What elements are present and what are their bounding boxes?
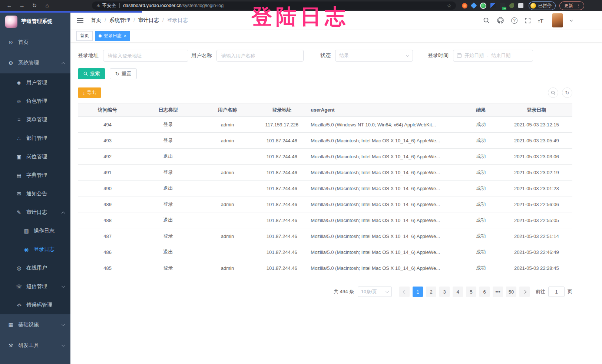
tag-label: 首页 bbox=[80, 33, 89, 39]
reset-button[interactable]: ↻ 重置 bbox=[110, 68, 137, 79]
back-icon[interactable]: ← bbox=[3, 0, 16, 11]
table-cell: 成功 bbox=[461, 228, 501, 244]
sidebar-item-error-code-management[interactable]: </>错误码管理 bbox=[0, 296, 70, 314]
extension-green-icon[interactable] bbox=[480, 3, 486, 9]
extension-gem-icon[interactable] bbox=[471, 3, 477, 9]
prev-page-button[interactable] bbox=[399, 287, 410, 297]
table-cell: 成功 bbox=[461, 117, 501, 133]
table-cell: 101.87.244.46 bbox=[256, 228, 308, 244]
navbar-actions: ? TT bbox=[483, 13, 572, 27]
page-button-5[interactable]: 5 bbox=[466, 287, 476, 297]
page-size-select[interactable]: 10条/页 bbox=[358, 287, 392, 297]
sidebar-item-operation-log[interactable]: ▥操作日志 bbox=[0, 222, 70, 240]
chevron-down-icon bbox=[386, 289, 389, 293]
sidebar-item-notice-announcement[interactable]: ✉通知公告 bbox=[0, 185, 70, 203]
sidebar-item-home[interactable]: ⊙首页 bbox=[0, 32, 70, 53]
megaphone-icon: ✉ bbox=[16, 191, 22, 197]
forward-icon[interactable]: → bbox=[16, 0, 28, 11]
search-icon[interactable] bbox=[483, 17, 490, 24]
update-button[interactable]: 更新 ⋮ bbox=[559, 1, 584, 10]
page-button-50[interactable]: 50 bbox=[506, 287, 516, 297]
close-icon[interactable]: × bbox=[124, 34, 126, 38]
refresh-table-button[interactable]: ↻ bbox=[562, 87, 572, 98]
table-cell: 成功 bbox=[461, 133, 501, 149]
breadcrumb-item[interactable]: 审计日志 bbox=[138, 17, 159, 24]
sidebar-item-infrastructure[interactable]: ▦基础设施 bbox=[0, 314, 70, 335]
chevron-down-icon bbox=[62, 284, 65, 288]
table-cell: 2021-05-03 23:02:19 bbox=[501, 165, 572, 181]
browser-menu-icon[interactable]: ⋮ bbox=[576, 3, 581, 8]
tags-bar: 首页登录日志× bbox=[70, 30, 602, 42]
sidebar-item-label: 岗位管理 bbox=[26, 153, 64, 160]
extension-on-icon[interactable]: on bbox=[500, 3, 505, 9]
table-cell: 491 bbox=[78, 165, 137, 181]
sidebar-item-menu-management[interactable]: ≡菜单管理 bbox=[0, 110, 70, 129]
chevron-down-icon[interactable] bbox=[570, 18, 573, 21]
sidebar-menu: ⊙首页⚙系统管理☻用户管理☺角色管理≡菜单管理∴部门管理▣岗位管理▤字典管理✉通… bbox=[0, 32, 70, 356]
page-button-6[interactable]: 6 bbox=[479, 287, 490, 297]
goto-page-input[interactable] bbox=[548, 287, 565, 297]
table-cell: 101.87.244.46 bbox=[256, 244, 308, 260]
sidebar-item-sms-management[interactable]: ☏短信管理 bbox=[0, 277, 70, 296]
login-address-input[interactable] bbox=[103, 50, 188, 62]
date-range-picker[interactable]: 开始日期 - 结束日期 bbox=[453, 50, 533, 62]
fullscreen-icon[interactable] bbox=[525, 17, 531, 24]
sidebar-item-audit-log[interactable]: ✎审计日志 bbox=[0, 203, 70, 222]
page-button-1[interactable]: 1 bbox=[413, 287, 423, 297]
sidebar-logo[interactable]: 芋道管理系统 bbox=[0, 11, 70, 32]
paused-pill[interactable]: 已暂停 bbox=[529, 1, 556, 10]
page-button-3[interactable]: 3 bbox=[439, 287, 450, 297]
table-cell: 登录 bbox=[137, 228, 199, 244]
reset-button-label: 重置 bbox=[122, 70, 131, 77]
extensions-puzzle-icon[interactable] bbox=[518, 3, 523, 8]
tab-tag[interactable]: 登录日志× bbox=[95, 31, 130, 41]
security-label[interactable]: 不安全 bbox=[102, 3, 116, 9]
sidebar-item-system-management[interactable]: ⚙系统管理 bbox=[0, 53, 70, 73]
sidebar-item-online-users[interactable]: ◎在线用户 bbox=[0, 259, 70, 277]
user-avatar[interactable] bbox=[552, 13, 563, 27]
login-log-icon: ◉ bbox=[23, 246, 30, 252]
font-size-icon[interactable]: TT bbox=[538, 17, 543, 24]
home-icon[interactable]: ⌂ bbox=[41, 0, 53, 11]
hamburger-icon[interactable] bbox=[76, 17, 84, 24]
extension-orange-icon[interactable] bbox=[462, 3, 467, 9]
status-select[interactable]: 结果 bbox=[335, 50, 413, 62]
table-cell: 登录 bbox=[137, 196, 199, 212]
emoji-icon bbox=[530, 3, 536, 9]
username-input[interactable] bbox=[216, 50, 304, 62]
sidebar-item-dict-management[interactable]: ▤字典管理 bbox=[0, 166, 70, 185]
sidebar-item-role-management[interactable]: ☺角色管理 bbox=[0, 92, 70, 110]
pager-ellipsis[interactable]: ••• bbox=[493, 287, 503, 297]
sidebar-item-user-management[interactable]: ☻用户管理 bbox=[0, 73, 70, 92]
page-button-2[interactable]: 2 bbox=[426, 287, 436, 297]
extension-leaf-icon[interactable] bbox=[509, 3, 514, 8]
document-icon: ▥ bbox=[23, 228, 30, 234]
sidebar-item-dept-management[interactable]: ∴部门管理 bbox=[0, 129, 70, 148]
reload-icon[interactable]: ↻ bbox=[28, 0, 41, 11]
export-button[interactable]: ↓ 导出 bbox=[78, 87, 101, 98]
tab-tag[interactable]: 首页 bbox=[76, 31, 93, 41]
pagination: 共 494 条 10条/页 123456•••50 前往 页 bbox=[78, 287, 572, 304]
sidebar-item-post-management[interactable]: ▣岗位管理 bbox=[0, 148, 70, 166]
column-header: 访问编号 bbox=[78, 103, 137, 117]
help-icon[interactable]: ? bbox=[511, 17, 517, 24]
breadcrumb-item[interactable]: 首页 bbox=[91, 17, 101, 24]
breadcrumb-item[interactable]: 系统管理 bbox=[109, 17, 130, 24]
sidebar-item-dev-tools[interactable]: ⚒研发工具 bbox=[0, 335, 70, 356]
tools-icon: ⚒ bbox=[7, 343, 14, 348]
extension-grid-icon[interactable] bbox=[490, 3, 496, 8]
end-date-placeholder: 结束日期 bbox=[491, 52, 510, 59]
total-count: 共 494 条 bbox=[334, 288, 354, 295]
page-button-4[interactable]: 4 bbox=[453, 287, 463, 297]
github-icon[interactable] bbox=[497, 17, 504, 24]
sidebar-item-label: 用户管理 bbox=[26, 79, 64, 86]
search-button[interactable]: 搜索 bbox=[78, 68, 105, 79]
sidebar-item-login-log[interactable]: ◉登录日志 bbox=[0, 240, 70, 259]
toggle-search-button[interactable] bbox=[548, 87, 558, 98]
table-cell bbox=[199, 181, 256, 196]
next-page-button[interactable] bbox=[519, 287, 530, 297]
export-button-label: 导出 bbox=[87, 90, 96, 96]
search-button-label: 搜索 bbox=[90, 70, 100, 77]
address-bar[interactable]: ⚠ 不安全 dashboard.yudao.iocoder.cn/system/… bbox=[92, 1, 456, 10]
bookmark-star-icon[interactable]: ☆ bbox=[447, 3, 452, 9]
